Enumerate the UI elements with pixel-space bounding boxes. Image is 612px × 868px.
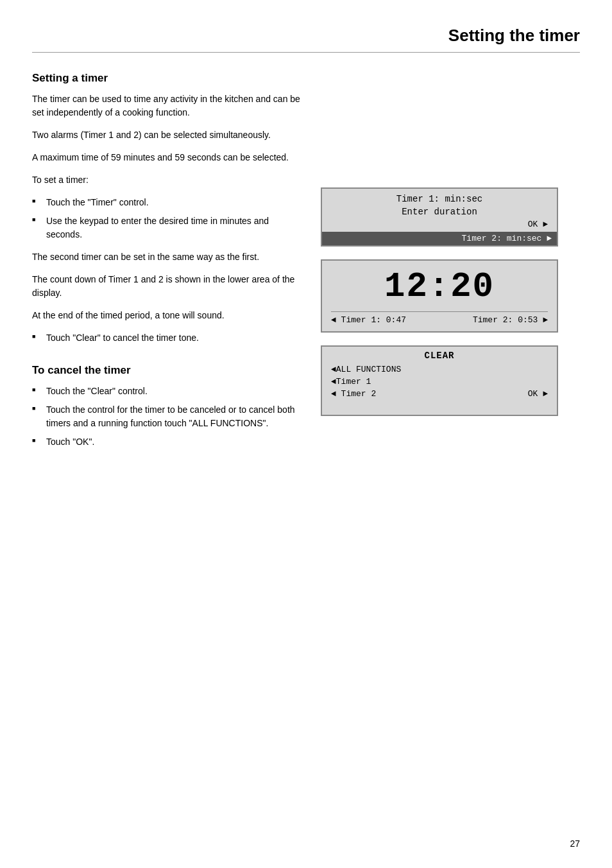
screen3-timer1: Timer 1 [331, 376, 548, 388]
all-functions-label: ALL FUNCTIONS [336, 365, 401, 374]
page: Setting the timer Setting a timer The ti… [0, 0, 612, 868]
screen-timer-entry: Timer 1: min:sec Enter duration OK ► Tim… [321, 187, 558, 247]
screen1-ok: OK ► [331, 220, 548, 229]
paragraph-7: At the end of the timed period, a tone w… [32, 309, 302, 322]
left-column: Setting a timer The timer can be used to… [32, 72, 302, 458]
cancel-bullet-2: Touch the control for the timer to be ca… [32, 403, 302, 430]
cancel-bullet-1: Touch the "Clear" control. [32, 385, 302, 398]
paragraph-2: Two alarms (Timer 1 and 2) can be select… [32, 128, 302, 142]
paragraph-5: The second timer can be set in the same … [32, 250, 302, 264]
setting-bullets: Touch the "Timer" control. Use the keypa… [32, 196, 302, 241]
screen3-timer2: Timer 2 [331, 389, 376, 399]
right-column: Timer 1: min:sec Enter duration OK ► Tim… [321, 72, 558, 458]
paragraph-1: The timer can be used to time any activi… [32, 92, 302, 119]
screen2-timer1: Timer 1: 0:47 [331, 315, 406, 325]
cancel-heading: To cancel the timer [32, 364, 302, 377]
big-time-display: 12:20 [384, 267, 495, 306]
setting-a-timer-heading: Setting a timer [32, 72, 302, 85]
arrow-timer2-icon [331, 389, 341, 399]
cancel-section: To cancel the timer Touch the "Clear" co… [32, 364, 302, 449]
timer1-label: Timer 1 [336, 377, 371, 386]
screen2-bottom-bar: Timer 1: 0:47 Timer 2: 0:53 [331, 311, 548, 325]
cancel-bullet-3: Touch "OK". [32, 435, 302, 449]
screen1-timer2: Timer 2: min:sec ► [322, 232, 557, 245]
page-header: Setting the timer [32, 26, 580, 53]
arrow-all-functions-icon [331, 365, 336, 374]
screen3-title: CLEAR [331, 351, 548, 361]
paragraph-6: The count down of Timer 1 and 2 is shown… [32, 273, 302, 300]
page-number: 27 [570, 838, 580, 849]
screen-clear: CLEAR ALL FUNCTIONS Timer 1 Timer 2 OK ► [321, 345, 558, 416]
screen3-timer2-row: Timer 2 OK ► [331, 388, 548, 400]
screen3-all-functions: ALL FUNCTIONS [331, 363, 548, 376]
bullet-clear: Touch "Clear" to cancel the timer tone. [32, 331, 302, 345]
main-layout: Setting a timer The timer can be used to… [32, 72, 580, 458]
paragraph-3: A maximum time of 59 minutes and 59 seco… [32, 151, 302, 164]
timer2-label: Timer 2 [341, 389, 377, 399]
screen1-enter-duration: Enter duration [331, 207, 548, 217]
screen-countdown: 12:20 Timer 1: 0:47 Timer 2: 0:53 [321, 259, 558, 333]
screen1-timer1-label: Timer 1: min:sec [331, 194, 548, 204]
cancel-bullets: Touch the "Clear" control. Touch the con… [32, 385, 302, 449]
paragraph-4: To set a timer: [32, 173, 302, 187]
bullet-1: Touch the "Timer" control. [32, 196, 302, 209]
screen3-ok: OK ► [528, 389, 548, 399]
bullet-2: Use the keypad to enter the desired time… [32, 214, 302, 241]
screen2-timer2: Timer 2: 0:53 [473, 315, 548, 325]
clear-bullet: Touch "Clear" to cancel the timer tone. [32, 331, 302, 345]
arrow-timer1-icon [331, 377, 336, 386]
page-title: Setting the timer [448, 26, 580, 45]
